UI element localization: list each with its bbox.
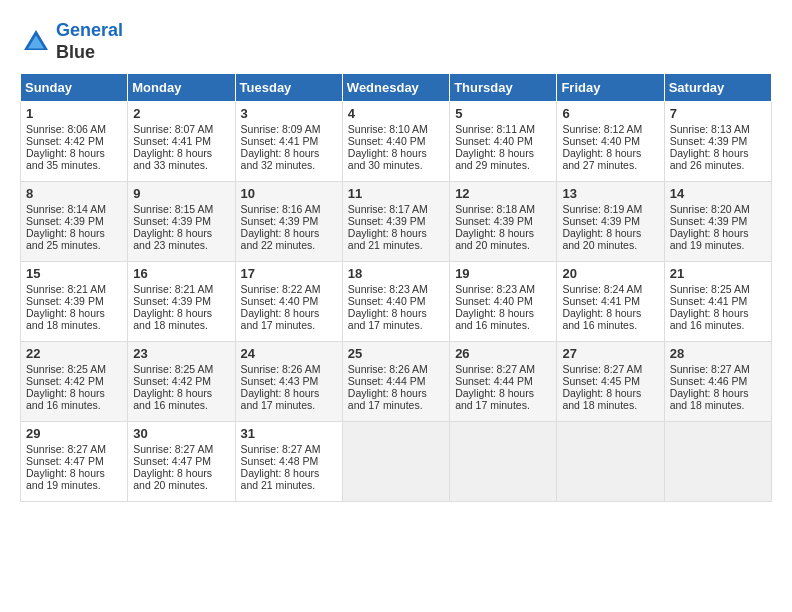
day-cell: 6 Sunrise: 8:12 AM Sunset: 4:40 PM Dayli… [557,102,664,182]
day-cell: 25 Sunrise: 8:26 AM Sunset: 4:44 PM Dayl… [342,342,449,422]
day-number: 25 [348,346,444,361]
daylight: Daylight: 8 hours and 17 minutes. [241,387,320,411]
sunset: Sunset: 4:47 PM [26,455,104,467]
sunrise: Sunrise: 8:18 AM [455,203,535,215]
daylight: Daylight: 8 hours and 18 minutes. [26,307,105,331]
daylight: Daylight: 8 hours and 21 minutes. [241,467,320,491]
sunset: Sunset: 4:41 PM [241,135,319,147]
day-cell: 27 Sunrise: 8:27 AM Sunset: 4:45 PM Dayl… [557,342,664,422]
daylight: Daylight: 8 hours and 16 minutes. [455,307,534,331]
daylight: Daylight: 8 hours and 20 minutes. [455,227,534,251]
daylight: Daylight: 8 hours and 18 minutes. [670,387,749,411]
sunset: Sunset: 4:45 PM [562,375,640,387]
sunset: Sunset: 4:39 PM [133,295,211,307]
sunset: Sunset: 4:41 PM [133,135,211,147]
daylight: Daylight: 8 hours and 32 minutes. [241,147,320,171]
calendar-table: SundayMondayTuesdayWednesdayThursdayFrid… [20,73,772,502]
day-cell: 20 Sunrise: 8:24 AM Sunset: 4:41 PM Dayl… [557,262,664,342]
daylight: Daylight: 8 hours and 17 minutes. [348,307,427,331]
day-number: 10 [241,186,337,201]
day-number: 28 [670,346,766,361]
sunrise: Sunrise: 8:21 AM [133,283,213,295]
day-number: 22 [26,346,122,361]
header-row: SundayMondayTuesdayWednesdayThursdayFrid… [21,74,772,102]
sunset: Sunset: 4:39 PM [26,295,104,307]
sunset: Sunset: 4:48 PM [241,455,319,467]
sunrise: Sunrise: 8:21 AM [26,283,106,295]
daylight: Daylight: 8 hours and 27 minutes. [562,147,641,171]
col-header-thursday: Thursday [450,74,557,102]
daylight: Daylight: 8 hours and 30 minutes. [348,147,427,171]
day-cell: 14 Sunrise: 8:20 AM Sunset: 4:39 PM Dayl… [664,182,771,262]
sunset: Sunset: 4:39 PM [670,135,748,147]
day-number: 26 [455,346,551,361]
sunset: Sunset: 4:39 PM [455,215,533,227]
sunrise: Sunrise: 8:25 AM [670,283,750,295]
day-number: 24 [241,346,337,361]
day-cell: 15 Sunrise: 8:21 AM Sunset: 4:39 PM Dayl… [21,262,128,342]
sunrise: Sunrise: 8:06 AM [26,123,106,135]
day-number: 7 [670,106,766,121]
day-cell [450,422,557,502]
sunset: Sunset: 4:41 PM [670,295,748,307]
day-cell: 17 Sunrise: 8:22 AM Sunset: 4:40 PM Dayl… [235,262,342,342]
day-cell: 12 Sunrise: 8:18 AM Sunset: 4:39 PM Dayl… [450,182,557,262]
day-cell: 21 Sunrise: 8:25 AM Sunset: 4:41 PM Dayl… [664,262,771,342]
day-number: 13 [562,186,658,201]
daylight: Daylight: 8 hours and 19 minutes. [26,467,105,491]
day-cell: 16 Sunrise: 8:21 AM Sunset: 4:39 PM Dayl… [128,262,235,342]
sunrise: Sunrise: 8:16 AM [241,203,321,215]
day-number: 5 [455,106,551,121]
sunset: Sunset: 4:44 PM [348,375,426,387]
sunset: Sunset: 4:46 PM [670,375,748,387]
sunset: Sunset: 4:41 PM [562,295,640,307]
sunrise: Sunrise: 8:10 AM [348,123,428,135]
sunset: Sunset: 4:42 PM [133,375,211,387]
sunset: Sunset: 4:40 PM [455,135,533,147]
sunset: Sunset: 4:40 PM [348,135,426,147]
logo: GeneralBlue [20,20,123,63]
day-cell: 10 Sunrise: 8:16 AM Sunset: 4:39 PM Dayl… [235,182,342,262]
week-row-4: 22 Sunrise: 8:25 AM Sunset: 4:42 PM Dayl… [21,342,772,422]
col-header-saturday: Saturday [664,74,771,102]
sunrise: Sunrise: 8:13 AM [670,123,750,135]
daylight: Daylight: 8 hours and 20 minutes. [133,467,212,491]
day-cell: 23 Sunrise: 8:25 AM Sunset: 4:42 PM Dayl… [128,342,235,422]
daylight: Daylight: 8 hours and 26 minutes. [670,147,749,171]
day-cell: 19 Sunrise: 8:23 AM Sunset: 4:40 PM Dayl… [450,262,557,342]
sunset: Sunset: 4:40 PM [241,295,319,307]
day-number: 3 [241,106,337,121]
sunrise: Sunrise: 8:20 AM [670,203,750,215]
day-number: 16 [133,266,229,281]
daylight: Daylight: 8 hours and 18 minutes. [562,387,641,411]
day-number: 20 [562,266,658,281]
day-cell: 26 Sunrise: 8:27 AM Sunset: 4:44 PM Dayl… [450,342,557,422]
day-cell: 28 Sunrise: 8:27 AM Sunset: 4:46 PM Dayl… [664,342,771,422]
daylight: Daylight: 8 hours and 33 minutes. [133,147,212,171]
sunrise: Sunrise: 8:27 AM [670,363,750,375]
sunrise: Sunrise: 8:27 AM [241,443,321,455]
daylight: Daylight: 8 hours and 35 minutes. [26,147,105,171]
col-header-friday: Friday [557,74,664,102]
day-number: 23 [133,346,229,361]
daylight: Daylight: 8 hours and 17 minutes. [348,387,427,411]
daylight: Daylight: 8 hours and 18 minutes. [133,307,212,331]
sunset: Sunset: 4:40 PM [348,295,426,307]
day-cell [664,422,771,502]
day-cell [557,422,664,502]
sunset: Sunset: 4:42 PM [26,135,104,147]
day-number: 8 [26,186,122,201]
day-number: 4 [348,106,444,121]
day-cell: 5 Sunrise: 8:11 AM Sunset: 4:40 PM Dayli… [450,102,557,182]
col-header-sunday: Sunday [21,74,128,102]
sunrise: Sunrise: 8:26 AM [241,363,321,375]
day-number: 30 [133,426,229,441]
week-row-2: 8 Sunrise: 8:14 AM Sunset: 4:39 PM Dayli… [21,182,772,262]
day-number: 27 [562,346,658,361]
sunrise: Sunrise: 8:27 AM [455,363,535,375]
daylight: Daylight: 8 hours and 16 minutes. [670,307,749,331]
daylight: Daylight: 8 hours and 21 minutes. [348,227,427,251]
day-cell [342,422,449,502]
sunrise: Sunrise: 8:17 AM [348,203,428,215]
sunrise: Sunrise: 8:26 AM [348,363,428,375]
